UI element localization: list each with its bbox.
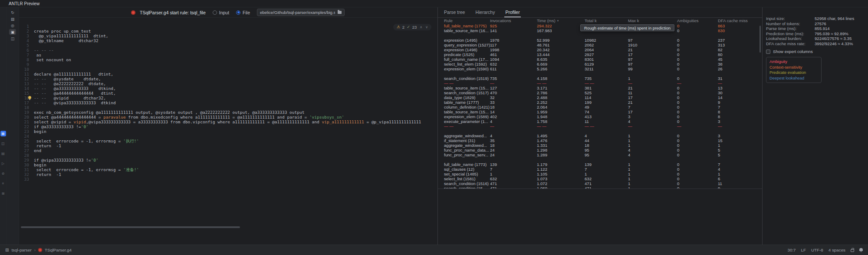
show-expert-columns-checkbox[interactable]: Show expert columns: [766, 49, 868, 54]
table-row[interactable]: set_special (1485)11.1051101: [438, 172, 762, 176]
table-row[interactable]: table_source_item (15...1273.17138121013: [438, 86, 762, 90]
tab-hierarchy[interactable]: Hierarchy: [474, 7, 496, 17]
code-line[interactable]: [32, 43, 437, 48]
table-row[interactable]: search_condition (1519)7354.1587351031: [438, 76, 762, 81]
code-line[interactable]: [32, 105, 437, 110]
inspections-widget[interactable]: ⚠ 2 ✓ 23 ∧ ∨: [393, 24, 431, 30]
code-line[interactable]: return -1: [32, 143, 437, 148]
code-line[interactable]: [32, 67, 437, 72]
code-line[interactable]: -- -- @a44444444444444 dtint,: [32, 91, 437, 96]
table-row[interactable]: expression (1495)197852.99910982970237: [438, 38, 762, 43]
table-row[interactable]: data_type (1829)322.48811417014: [438, 95, 762, 100]
run-stripe-button[interactable]: ▷: [0, 161, 6, 166]
code-line[interactable]: select errorcode = -1, errormsg = '执行!': [32, 139, 437, 143]
export-icon[interactable]: ◫: [9, 36, 16, 41]
table-row[interactable]: select_list (1581)6321.073632106: [438, 176, 762, 181]
table-row[interactable]: column_definition (1421)182.06449707: [438, 105, 762, 109]
table-row[interactable]: aggregate_windowed...41.4954103: [438, 133, 762, 138]
tab-profiler[interactable]: Profiler: [504, 7, 520, 17]
table-row[interactable]: if_statement (31)351.476441015: [438, 138, 762, 143]
problems-stripe-button[interactable]: ⊘: [0, 171, 6, 176]
table-row[interactable]: [438, 129, 762, 133]
table-row[interactable]: select_list_elem (1592)6326.669612997038: [438, 62, 762, 66]
editor-horizontal-scrollbar[interactable]: [21, 226, 240, 228]
editor-code[interactable]: create proc up_com_test @p_vipa111111111…: [32, 18, 437, 182]
services-stripe-button[interactable]: ⊞: [0, 191, 6, 196]
code-line[interactable]: [32, 24, 437, 29]
code-line[interactable]: as: [32, 53, 437, 57]
structure-icon[interactable]: ▤: [9, 16, 16, 22]
table-row[interactable]: [438, 71, 762, 76]
table-row[interactable]: — ——— —— ————: [438, 124, 762, 129]
notifications-bell-icon[interactable]: [859, 248, 863, 251]
code-line[interactable]: end: [32, 148, 437, 153]
find-icon[interactable]: ◎: [9, 23, 16, 28]
code-line[interactable]: -- -- --: [32, 48, 437, 53]
code-line[interactable]: if @a33333333333 !='0': [32, 124, 437, 129]
profiler-vertical-scrollbar[interactable]: [760, 26, 761, 53]
table-row[interactable]: table_name (1777)332.2521992109: [438, 100, 762, 105]
column-header[interactable]: Ambiguities: [677, 18, 718, 23]
table-row[interactable]: table_source_item (15...141.959741708: [438, 109, 762, 114]
file-encoding[interactable]: UTF-8: [811, 248, 823, 252]
workspace-icon[interactable]: ⊞: [5, 248, 9, 252]
antlr-settings-icon[interactable]: ▣: [9, 29, 16, 35]
refresh-preview-icon[interactable]: ↻: [9, 10, 16, 15]
antlr-preview-stripe-button[interactable]: ▦: [0, 131, 6, 136]
code-line[interactable]: create proc up_com_test: [32, 29, 437, 33]
input-radio[interactable]: Input: [213, 10, 229, 15]
column-header[interactable]: Time (ms)▾: [537, 18, 585, 23]
table-row[interactable]: execute_parameter (1...41.75811403: [438, 119, 762, 124]
readonly-lock-icon[interactable]: [851, 249, 854, 252]
table-row[interactable]: full_column_name (17...10948.63583019704…: [438, 57, 762, 62]
code-line[interactable]: @p_vipa1111111111111 dtint,: [32, 33, 437, 38]
table-row[interactable]: expression_elem (1589)4021.948413308: [438, 114, 762, 119]
code-line[interactable]: @p_tblname dtchar32: [32, 38, 437, 43]
column-header[interactable]: Rule: [444, 18, 490, 23]
line-separator[interactable]: LF: [801, 248, 806, 252]
table-row[interactable]: search_condition (1517)4702.78652511030: [438, 90, 762, 95]
code-line[interactable]: set nocount on: [32, 57, 437, 62]
prev-issue-icon[interactable]: ∧: [420, 25, 422, 30]
table-row[interactable]: func_proc_name_data...241.29895405: [438, 148, 762, 152]
column-header[interactable]: DFA cache miss: [718, 18, 763, 23]
file-path-field[interactable]: ebelice/Github/tsql-parser/examples/big.…: [257, 9, 345, 16]
file-radio[interactable]: File: [236, 10, 250, 15]
breadcrumb-project[interactable]: tsql-parser: [11, 248, 31, 252]
code-line[interactable]: begin: [32, 162, 437, 167]
editor-body[interactable]: 1234567891011121314151617181920212223242…: [19, 18, 437, 245]
table-row[interactable]: full_table_name (1773)1391.179139107: [438, 162, 762, 167]
code-line[interactable]: -- -- @a2222222222 dtdate,: [32, 81, 437, 86]
code-line[interactable]: [32, 153, 437, 158]
table-row[interactable]: search_condition (1516)4711.0724711011: [438, 181, 762, 186]
table-row[interactable]: aggregate_windowed...181.33118101: [438, 143, 762, 148]
table-row[interactable]: expression_elem (1590)6115.266321199026: [438, 66, 762, 71]
tab-parse-tree[interactable]: Parse tree: [443, 7, 466, 17]
code-line[interactable]: begin: [32, 129, 437, 134]
code-line[interactable]: [32, 177, 437, 182]
column-header[interactable]: Total k: [585, 18, 628, 23]
code-line[interactable]: return -1: [32, 172, 437, 177]
table-row[interactable]: func_proc_name_serv...241.28995405: [438, 152, 762, 157]
code-line[interactable]: [32, 62, 437, 67]
intention-bulb-icon[interactable]: [28, 96, 31, 99]
code-line[interactable]: select @a4444444444444444 = paravalue fr…: [32, 115, 437, 119]
caret-position[interactable]: 30:7: [788, 248, 796, 252]
indent-style[interactable]: 4 spaces: [829, 248, 845, 252]
table-row[interactable]: query_expression (1527)11748.76120621910…: [438, 43, 762, 47]
column-header[interactable]: Max k: [628, 18, 677, 23]
table-row[interactable]: [438, 157, 762, 162]
code-line[interactable]: -- -- @vipa333333333333 dtkind: [32, 100, 437, 105]
code-line[interactable]: if @vipa333333333333 !='0': [32, 158, 437, 162]
commit-stripe-button[interactable]: ◫: [0, 141, 6, 146]
breadcrumb-file[interactable]: TSqlParser.g4: [45, 248, 72, 252]
table-row[interactable]: [438, 33, 762, 38]
structure-stripe-button[interactable]: ▤: [0, 151, 6, 156]
code-line[interactable]: declare @a1111111111111 dtint,: [32, 72, 437, 76]
code-line[interactable]: -- -- @vipid dtchar32,: [32, 96, 437, 100]
code-line[interactable]: select @vipid = vipid,@vipa333333333333 …: [32, 119, 437, 124]
column-header[interactable]: Invocations: [490, 18, 537, 23]
next-issue-icon[interactable]: ∨: [425, 25, 428, 30]
table-row[interactable]: — ——— —— ————: [438, 81, 762, 86]
code-line[interactable]: select errorcode = -1, errormsg = '准备!': [32, 167, 437, 172]
